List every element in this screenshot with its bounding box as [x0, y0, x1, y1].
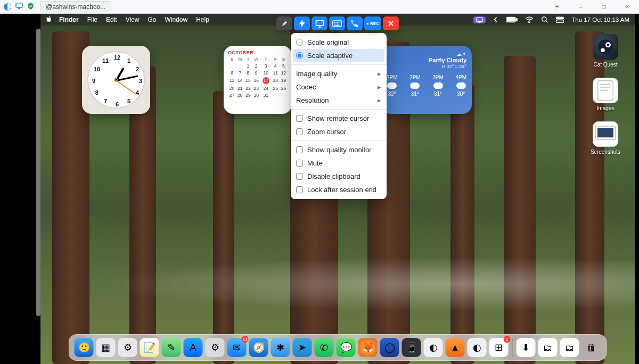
dock-divider: [512, 339, 513, 357]
rustdesk-voice-call-button[interactable]: [347, 16, 363, 30]
dock-app-rustdesk-alt[interactable]: ◐: [468, 338, 487, 357]
dock-app-ms365[interactable]: ⊞1: [489, 338, 509, 357]
menubar-item-file[interactable]: File: [87, 16, 97, 23]
dock-app-settings[interactable]: ⚙︎: [118, 338, 137, 357]
rustdesk-close-button[interactable]: [383, 16, 399, 30]
remote-frame: Finder FileEditViewGoWindowHelp: [0, 14, 639, 364]
dock-item-trash[interactable]: 🗑: [582, 338, 601, 357]
svg-rect-15: [600, 84, 611, 85]
svg-point-12: [607, 44, 610, 46]
submenu-arrow-icon: ▸: [378, 96, 381, 104]
desktop-icon-label: Images: [587, 105, 624, 111]
dock-app-whatsapp[interactable]: ✆: [315, 338, 334, 357]
svg-point-10: [598, 39, 613, 54]
svg-point-7: [542, 17, 546, 21]
menubar-app-name[interactable]: Finder: [59, 16, 79, 23]
screencast-indicator-icon[interactable]: [473, 16, 486, 23]
dock-item-downloads[interactable]: ⬇: [517, 338, 536, 357]
menubar-datetime[interactable]: Thu 17 Oct 10:13 AM: [571, 16, 629, 23]
rustdesk-actions-button[interactable]: [294, 16, 310, 30]
host-minimize-button[interactable]: –: [569, 0, 592, 14]
dock-item-folder2[interactable]: 🗂: [560, 338, 579, 357]
checkbox-icon: [296, 160, 303, 167]
menubar-item-window[interactable]: Window: [165, 16, 188, 23]
wifi-icon[interactable]: [525, 16, 534, 23]
menu-scale-adaptive[interactable]: Scale adaptive: [293, 49, 384, 62]
menu-lock-after-session-end[interactable]: Lock after session end: [291, 183, 387, 196]
rustdesk-pin-button[interactable]: [276, 16, 292, 30]
menu-show-remote-cursor[interactable]: Show remote cursor: [291, 112, 387, 125]
dock-app-rustdesk[interactable]: ◐: [424, 338, 443, 357]
menu-scale-original[interactable]: Scale original: [291, 36, 387, 49]
weather-widget[interactable]: ☁︎☀︎ Partly Cloudy H:32° L:24° 1PM32°2PM…: [381, 46, 472, 114]
dock-app-messages[interactable]: 💬: [337, 338, 356, 357]
spotlight-icon[interactable]: [541, 16, 548, 23]
dock-badge: 11: [242, 336, 249, 343]
host-new-tab-button[interactable]: +: [545, 0, 569, 14]
shield-icon: [27, 2, 35, 12]
apple-logo-icon[interactable]: [46, 15, 53, 24]
dock-app-system-settings[interactable]: ⚙: [206, 338, 225, 357]
menu-image-quality[interactable]: Image quality ▸: [291, 67, 387, 80]
dock-app-iphone-mirroring[interactable]: 📱: [402, 338, 421, 357]
host-maximize-button[interactable]: □: [592, 0, 616, 14]
rustdesk-record-button[interactable]: ● REC: [364, 16, 381, 30]
dock-app-appstore[interactable]: A: [184, 338, 203, 357]
rustdesk-toolbar: ● REC: [276, 16, 399, 30]
menu-resolution[interactable]: Resolution ▸: [291, 94, 387, 107]
dock-app-notes[interactable]: 📝: [140, 338, 159, 357]
dock-app-launchpad[interactable]: ▦: [96, 338, 116, 357]
dock-item-folder1[interactable]: 🗂: [538, 338, 558, 357]
clock-widget[interactable]: 123456789101112: [82, 46, 150, 114]
dock-app-mail[interactable]: ✉11: [227, 338, 247, 357]
dock-app-freeform[interactable]: ✎: [162, 338, 181, 357]
svg-rect-16: [600, 87, 611, 88]
menu-label: Image quality: [296, 70, 337, 78]
dock-app-aerial[interactable]: ✱: [271, 338, 290, 357]
remote-desktop[interactable]: Finder FileEditViewGoWindowHelp: [40, 14, 635, 364]
dock-app-bitwarden[interactable]: ◯: [380, 338, 399, 357]
dock-app-firefox[interactable]: 🦊: [358, 338, 378, 357]
menu-zoom-cursor[interactable]: Zoom cursor: [291, 125, 387, 138]
radio-on-icon: [296, 52, 303, 59]
back-icon[interactable]: [493, 16, 498, 23]
dock-app-finder[interactable]: 🙂: [75, 338, 94, 357]
menu-mute[interactable]: Mute: [291, 156, 387, 170]
host-close-button[interactable]: ×: [616, 0, 639, 14]
menu-label: Disable clipboard: [307, 172, 361, 180]
desktop-icon-screenshots[interactable]: Screenshots: [587, 121, 624, 155]
document-icon: [593, 78, 618, 103]
menubar-item-go[interactable]: Go: [148, 16, 157, 23]
dock: 🙂▦⚙︎📝✎A⚙✉11🧭✱➤✆💬🦊◯📱◐▲◐⊞1⬇🗂🗂🗑: [69, 334, 607, 361]
rustdesk-display-menu: Scale original Scale adaptive Image qual…: [291, 33, 387, 199]
clock-center-pin: [114, 78, 118, 82]
menu-codec[interactable]: Codec ▸: [291, 80, 387, 94]
desktop-icon-images[interactable]: Images: [587, 78, 624, 111]
calendar-month-label: OCTOBER: [228, 50, 288, 55]
weather-hilo-label: H:32° L:24°: [442, 64, 466, 69]
desktop-icon-label: Cat Quest: [587, 62, 624, 68]
control-center-icon[interactable]: [556, 16, 564, 23]
rustdesk-display-button[interactable]: [312, 16, 327, 30]
checkbox-icon: [296, 146, 303, 153]
menu-label: Resolution: [296, 96, 329, 104]
menu-label: Lock after session end: [307, 186, 376, 194]
menubar-item-help[interactable]: Help: [196, 16, 209, 23]
remote-scrollbar[interactable]: [36, 29, 40, 316]
menubar-item-edit[interactable]: Edit: [106, 16, 117, 23]
dock-app-telegram[interactable]: ➤: [293, 338, 312, 357]
menu-disable-clipboard[interactable]: Disable clipboard: [291, 170, 387, 183]
host-connection-tab[interactable]: @ashwins-macboo...: [40, 1, 111, 12]
desktop-icon-cat-quest[interactable]: Cat Quest: [587, 34, 624, 68]
menu-show-quality-monitor[interactable]: Show quality monitor: [291, 143, 387, 156]
submenu-arrow-icon: ▸: [378, 83, 381, 91]
menu-label: Codec: [296, 83, 316, 91]
rustdesk-keyboard-button[interactable]: [329, 16, 345, 30]
monitor-icon: [15, 2, 23, 12]
dock-app-safari[interactable]: 🧭: [249, 338, 268, 357]
dock-app-vlc[interactable]: ▲: [446, 338, 465, 357]
clock-second-hand: [116, 80, 137, 95]
menubar-item-view[interactable]: View: [126, 16, 140, 23]
calendar-widget[interactable]: OCTOBER SMTWTFS 123456789101112131415161…: [224, 46, 292, 114]
battery-icon[interactable]: [506, 16, 518, 23]
